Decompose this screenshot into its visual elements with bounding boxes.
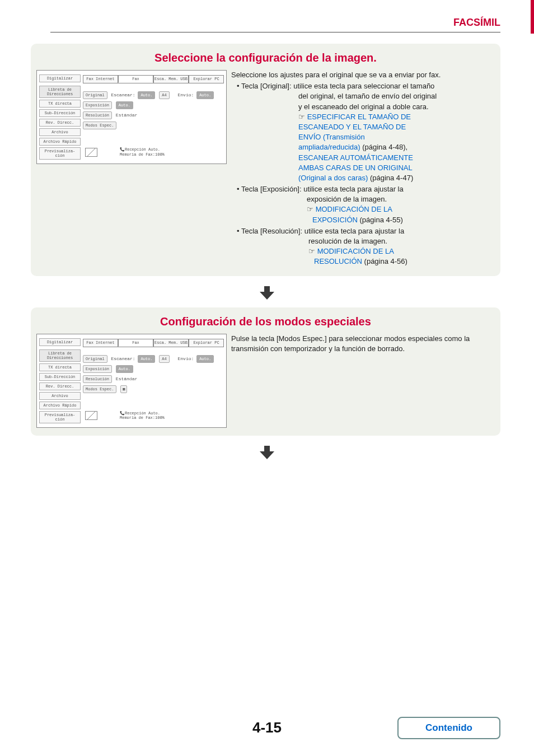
label-envio-2: Envío:: [178, 356, 194, 361]
pointer-icon: ☞: [298, 113, 305, 121]
link-resolucion-1a[interactable]: MODIFICACIÓN DE LA: [317, 247, 394, 255]
btn-modos-espec-2[interactable]: Modos Espec.: [83, 385, 116, 393]
tab-explorar-pc-2[interactable]: Explorar PC: [189, 339, 224, 347]
red-accent-bar: [531, 0, 534, 34]
bullet-original-label: • Tecla [Original]:: [237, 82, 292, 90]
bullet-exposicion-label: • Tecla [Exposición]:: [237, 185, 302, 193]
footer-recepcion-2: Recepción Auto.: [125, 411, 160, 416]
section2-body: Pulse la tecla [Modos Espec.] para selec…: [227, 334, 495, 354]
down-arrow-1: [0, 286, 534, 302]
tab-fax-2[interactable]: Fax: [118, 339, 153, 347]
val-escanear-auto-2: Auto.: [138, 355, 155, 363]
val-escanear-auto: Auto.: [138, 91, 155, 99]
section1-title: Seleccione la configuración de la imagen…: [36, 52, 495, 64]
val-resolucion: Estándar: [116, 113, 137, 118]
label-envio: Envío:: [178, 92, 194, 97]
preview-thumb-icon-2: [85, 411, 97, 420]
bullet-exposicion-d1: utilice esta tecla para ajustar la: [303, 185, 403, 193]
side-libreta[interactable]: Libreta de Direcciones: [39, 86, 81, 98]
link-resolucion-1b[interactable]: RESOLUCIÓN: [314, 257, 362, 265]
down-arrow-2: [0, 446, 534, 461]
section-name: FACSÍMIL: [453, 17, 500, 28]
btn-exposicion[interactable]: Exposición: [83, 101, 112, 109]
bullet-original-d2: del original, el tamaño de envío del ori…: [298, 91, 495, 101]
val-exposicion-auto-2: Auto.: [116, 365, 133, 373]
side-tx-directa-2[interactable]: TX directa: [39, 363, 81, 371]
btn-resolucion[interactable]: Resolución: [83, 111, 112, 119]
link-original-2a[interactable]: ESCANEAR AUTOMÁTICAMENTE: [298, 153, 413, 162]
lcd-screenshot-1: Digitalizar Fax Internet Fax Esca. Mem. …: [36, 70, 227, 164]
svg-marker-0: [260, 286, 274, 300]
pointer-icon-3: ☞: [308, 247, 315, 255]
bullet-original-d1: utilice esta tecla para seleccionar el t…: [293, 82, 434, 90]
link-original-2b[interactable]: AMBAS CARAS DE UN ORIGINAL: [298, 164, 413, 172]
bullet-resolucion-d1: utilice esta tecla para ajustar la: [305, 227, 404, 235]
side-archivo-2[interactable]: Archivo: [39, 392, 81, 400]
side-rev-direcc[interactable]: Rev. Direcc.: [39, 119, 81, 127]
link-exposicion-1b[interactable]: EXPOSICIÓN: [312, 216, 358, 224]
bullet-resolucion-d2: resolución de la imagen.: [308, 236, 495, 246]
pointer-icon-2: ☞: [307, 205, 313, 213]
label-escanear: Escanear:: [111, 92, 135, 97]
bullet-exposicion-d2: exposición de la imagen.: [307, 194, 495, 204]
lcd-screenshot-2: Digitalizar Fax Internet Fax Esca. Mem. …: [36, 334, 227, 428]
link-original-1d[interactable]: ampliada/reducida): [298, 143, 360, 151]
side-libreta-2[interactable]: Libreta de Direcciones: [39, 349, 81, 362]
val-resolucion-2: Estándar: [116, 376, 137, 381]
tab-fax-internet[interactable]: Fax Internet: [83, 75, 118, 83]
tab-esca-mem-usb-2[interactable]: Esca. Mem. USB: [153, 339, 189, 347]
side-sub-direccion-2[interactable]: Sub-Dirección: [39, 373, 81, 381]
bullet-resolucion-label: • Tecla [Resolución]:: [237, 227, 302, 235]
link-original-1c[interactable]: ENVÍO (Transmisión: [298, 133, 365, 141]
svg-marker-1: [260, 446, 274, 459]
side-sub-direccion[interactable]: Sub-Dirección: [39, 109, 81, 117]
val-a4: A4: [159, 91, 169, 99]
tab-digitalizar[interactable]: Digitalizar: [39, 74, 81, 82]
val-exposicion-auto: Auto.: [116, 101, 133, 109]
page-ref-1: (página 4-48),: [360, 143, 408, 151]
link-original-1a[interactable]: ESPECIFICAR EL TAMAÑO DE: [307, 113, 411, 121]
side-archivo[interactable]: Archivo: [39, 128, 81, 136]
section1-text: Seleccione los ajustes para el original …: [227, 70, 495, 268]
section1-intro: Seleccione los ajustes para el original …: [231, 70, 495, 80]
val-envio-auto-2: Auto.: [196, 355, 214, 363]
preview-thumb-icon: [85, 148, 97, 157]
side-archivo-rapido-2[interactable]: Archivo Rápido: [39, 402, 81, 409]
btn-modos-espec[interactable]: Modos Espec.: [83, 122, 116, 129]
page-ref-3: (página 4-55): [358, 216, 403, 224]
contenido-button[interactable]: Contenido: [397, 717, 500, 739]
link-original-1b[interactable]: ESCANEADO Y EL TAMAÑO DE: [298, 123, 406, 131]
bullet-original-d3: y el escaneado del original a doble cara…: [298, 102, 495, 112]
btn-modos-icon[interactable]: ▦: [120, 385, 127, 393]
page-ref-4: (página 4-56): [362, 257, 407, 265]
page-ref-2: (página 4-47): [368, 174, 413, 182]
footer-recepcion: Recepción Auto.: [125, 147, 160, 152]
section-image-settings: Seleccione la configuración de la imagen…: [31, 44, 500, 276]
section2-title: Configuración de los modos especiales: [36, 315, 495, 328]
btn-original-2[interactable]: Original: [83, 355, 107, 363]
side-previsualiza[interactable]: Previsualiza-ción: [39, 147, 81, 160]
btn-original[interactable]: Original: [83, 91, 107, 99]
tab-esca-mem-usb[interactable]: Esca. Mem. USB: [153, 75, 189, 83]
side-previsualiza-2[interactable]: Previsualiza-ción: [39, 411, 81, 423]
btn-exposicion-2[interactable]: Exposición: [83, 365, 112, 373]
contenido-label: Contenido: [425, 722, 472, 733]
section-special-modes: Configuración de los modos especiales Di…: [31, 307, 500, 436]
side-tx-directa[interactable]: TX directa: [39, 100, 81, 108]
tab-fax[interactable]: Fax: [118, 75, 153, 83]
tab-explorar-pc[interactable]: Explorar PC: [189, 75, 224, 83]
tab-fax-internet-2[interactable]: Fax Internet: [83, 339, 118, 347]
val-envio-auto: Auto.: [196, 91, 214, 99]
link-original-2c[interactable]: (Original a dos caras): [298, 174, 368, 182]
link-exposicion-1a[interactable]: MODIFICACIÓN DE LA: [316, 205, 392, 213]
label-escanear-2: Escanear:: [111, 356, 135, 361]
footer-memoria-2: Memoria de Fax:100%: [120, 416, 165, 420]
btn-resolucion-2[interactable]: Resolución: [83, 375, 112, 383]
side-rev-direcc-2[interactable]: Rev. Direcc.: [39, 382, 81, 390]
val-a4-2: A4: [159, 355, 169, 363]
footer-memoria: Memoria de Fax:100%: [120, 152, 165, 157]
tab-digitalizar-2[interactable]: Digitalizar: [39, 338, 81, 346]
header-rule: [50, 32, 500, 32]
side-archivo-rapido[interactable]: Archivo Rápido: [39, 138, 81, 146]
